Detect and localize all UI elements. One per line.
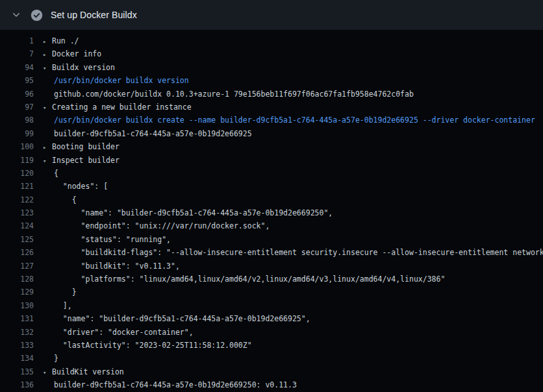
line-number[interactable]: 128 (10, 273, 34, 286)
log-line: 135 ▾BuildKit version (0, 365, 543, 378)
log-group-toggle[interactable]: ▸Run ./ (43, 34, 543, 47)
line-number[interactable]: 120 (10, 167, 34, 180)
log-command-text: /usr/bin/docker buildx version (43, 74, 543, 87)
group-label: Booting builder (52, 142, 120, 151)
log-output-text: "endpoint": "unix:///var/run/docker.sock… (43, 219, 543, 232)
triangle-expanded-icon: ▾ (43, 154, 52, 167)
line-number[interactable]: 99 (10, 127, 34, 140)
log-line: 124 "endpoint": "unix:///var/run/docker.… (0, 219, 543, 232)
log-group-toggle[interactable]: ▾Buildx version (43, 61, 543, 74)
log-line: 130 ], (0, 299, 543, 312)
log-output-text: "platforms": "linux/amd64,linux/amd64/v2… (43, 273, 543, 286)
step-title: Set up Docker Buildx (51, 10, 137, 20)
line-number[interactable]: 100 (10, 140, 34, 153)
line-number[interactable]: 1 (10, 34, 34, 47)
log-line: 134 } (0, 352, 543, 365)
triangle-expanded-icon: ▾ (43, 62, 52, 74)
line-number[interactable]: 119 (10, 154, 34, 167)
log-output-text: } (43, 286, 543, 299)
log-output-text: "status": "running", (43, 233, 543, 246)
log-group-toggle[interactable]: ▾Inspect builder (43, 154, 543, 167)
log-line: 99 builder-d9cfb5a1-c764-445a-a57e-0b19d… (0, 127, 543, 140)
log-line: 100 ▸Booting builder (0, 140, 543, 153)
log-output-text: { (43, 167, 543, 180)
log-line: 123 "name": "builder-d9cfb5a1-c764-445a-… (0, 206, 543, 219)
log-line: 129 } (0, 286, 543, 299)
log-group-toggle[interactable]: ▾BuildKit version (43, 365, 543, 378)
group-label: Buildx version (52, 63, 115, 72)
log-line: 94 ▾Buildx version (0, 61, 543, 74)
log-group-toggle[interactable]: ▾Creating a new builder instance (43, 101, 543, 114)
log-output-text: "buildkit": "v0.11.3", (43, 260, 543, 273)
group-label: Inspect builder (52, 156, 120, 165)
log-line: 95 /usr/bin/docker buildx version (0, 74, 543, 87)
log-line: 120 { (0, 167, 543, 180)
check-circle-icon (30, 8, 43, 21)
group-label: BuildKit version (52, 367, 124, 376)
triangle-expanded-icon: ▾ (43, 366, 52, 378)
log-group-toggle[interactable]: ▸Docker info (43, 47, 543, 60)
line-number[interactable]: 132 (10, 326, 34, 339)
log-line: 122 { (0, 193, 543, 206)
log-output-text: builder-d9cfb5a1-c764-445a-a57e-0b19d2e6… (43, 127, 543, 140)
line-number[interactable]: 97 (10, 101, 34, 114)
triangle-collapsed-icon: ▸ (43, 35, 52, 47)
group-label: Run ./ (52, 36, 79, 45)
log-line: 133 "lastActivity": "2023-02-25T11:58:12… (0, 339, 543, 352)
log-output-text: "name": "builder-d9cfb5a1-c764-445a-a57e… (43, 312, 543, 325)
line-number[interactable]: 133 (10, 339, 34, 352)
triangle-collapsed-icon: ▸ (43, 141, 52, 153)
line-number[interactable]: 127 (10, 260, 34, 273)
line-number[interactable]: 121 (10, 180, 34, 193)
line-number[interactable]: 131 (10, 312, 34, 325)
log-output-text: } (43, 352, 543, 365)
log-output-text: github.com/docker/buildx 0.10.3+azure-1 … (43, 88, 543, 101)
chevron-down-icon[interactable] (9, 8, 23, 22)
group-label: Creating a new builder instance (52, 103, 192, 112)
line-number[interactable]: 130 (10, 299, 34, 312)
log-line: 97 ▾Creating a new builder instance (0, 101, 543, 114)
log-line: 126 "buildkitd-flags": "--allow-insecure… (0, 246, 543, 259)
log-line: 96 github.com/docker/buildx 0.10.3+azure… (0, 88, 543, 101)
line-number[interactable]: 123 (10, 206, 34, 219)
line-number[interactable]: 136 (10, 378, 34, 391)
line-number[interactable]: 124 (10, 219, 34, 232)
triangle-expanded-icon: ▾ (43, 101, 52, 114)
triangle-collapsed-icon: ▸ (43, 48, 52, 60)
log-line: 136 builder-d9cfb5a1-c764-445a-a57e-0b19… (0, 378, 543, 391)
log-line: 125 "status": "running", (0, 233, 543, 246)
log-output-text: "name": "builder-d9cfb5a1-c764-445a-a57e… (43, 206, 543, 219)
log-output-text: "nodes": [ (43, 180, 543, 193)
log-line: 131 "name": "builder-d9cfb5a1-c764-445a-… (0, 312, 543, 325)
line-number[interactable]: 125 (10, 233, 34, 246)
line-number[interactable]: 96 (10, 88, 34, 101)
log-group-toggle[interactable]: ▸Booting builder (43, 140, 543, 153)
log-line: 1 ▸Run ./ (0, 34, 543, 47)
line-number[interactable]: 129 (10, 286, 34, 299)
log-line: 121 "nodes": [ (0, 180, 543, 193)
line-number[interactable]: 95 (10, 74, 34, 87)
line-number[interactable]: 122 (10, 193, 34, 206)
line-number[interactable]: 98 (10, 114, 34, 127)
log-output-text: "lastActivity": "2023-02-25T11:58:12.000… (43, 339, 543, 352)
log-line: 127 "buildkit": "v0.11.3", (0, 260, 543, 273)
step-header: Set up Docker Buildx (0, 0, 543, 30)
line-number[interactable]: 135 (10, 365, 34, 378)
line-number[interactable]: 126 (10, 246, 34, 259)
log-lines: 1 ▸Run ./ 7 ▸Docker info 94 ▾Buildx vers… (0, 30, 543, 392)
log-line: 119 ▾Inspect builder (0, 154, 543, 167)
log-output-text: "driver": "docker-container", (43, 326, 543, 339)
log-line: 128 "platforms": "linux/amd64,linux/amd6… (0, 273, 543, 286)
line-number[interactable]: 134 (10, 352, 34, 365)
log-line: 7 ▸Docker info (0, 47, 543, 60)
group-label: Docker info (52, 49, 101, 58)
log-line: 132 "driver": "docker-container", (0, 326, 543, 339)
log-output-text: builder-d9cfb5a1-c764-445a-a57e-0b19d2e6… (43, 378, 543, 391)
line-number[interactable]: 94 (10, 61, 34, 74)
log-output-text: "buildkitd-flags": "--allow-insecure-ent… (43, 246, 543, 259)
log-output-text: { (43, 193, 543, 206)
log-command-text: /usr/bin/docker buildx create --name bui… (43, 114, 543, 127)
log-output-text: ], (43, 299, 543, 312)
log-line: 98 /usr/bin/docker buildx create --name … (0, 114, 543, 127)
line-number[interactable]: 7 (10, 47, 34, 60)
